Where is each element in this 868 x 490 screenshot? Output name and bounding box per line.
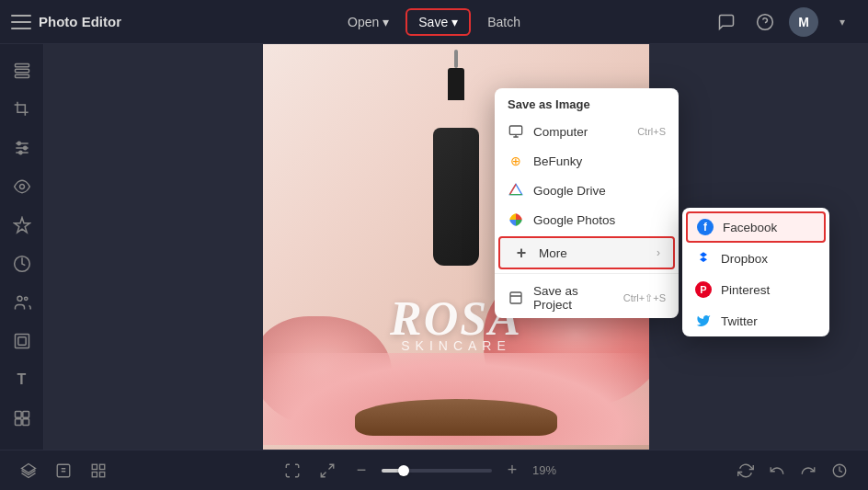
topbar: Photo Editor Open ▾ Save ▾ Batch M ▾ <box>0 0 868 44</box>
sidebar-item-view[interactable] <box>5 169 40 204</box>
bottombar-right <box>732 457 853 484</box>
sidebar-item-effects[interactable] <box>5 246 40 281</box>
svg-rect-1 <box>15 64 29 67</box>
refresh-icon[interactable] <box>732 457 760 484</box>
svg-point-11 <box>17 296 22 301</box>
export-icon[interactable] <box>50 457 77 484</box>
social-twitter[interactable]: Twitter <box>682 305 829 336</box>
more-icon: + <box>513 245 530 261</box>
avatar[interactable]: M <box>789 7 818 37</box>
gdrive-icon <box>508 182 524 199</box>
save-to-computer[interactable]: Computer Ctrl+S <box>495 117 679 146</box>
dropbox-icon <box>695 250 712 267</box>
sidebar-item-graphics[interactable] <box>5 401 40 436</box>
decoration-tray <box>355 399 557 436</box>
svg-rect-17 <box>15 419 21 426</box>
svg-rect-14 <box>17 337 25 345</box>
account-chevron-icon[interactable]: ▾ <box>828 7 857 37</box>
sidebar-item-adjustments[interactable] <box>5 131 40 165</box>
social-submenu: f Facebook Dropbox P Pinte <box>682 208 829 336</box>
social-dropbox[interactable]: Dropbox <box>682 243 829 274</box>
svg-rect-3 <box>15 74 29 77</box>
svg-rect-16 <box>22 412 29 418</box>
topbar-left: Photo Editor <box>11 14 327 29</box>
befunky-label: BeFunky <box>533 154 582 168</box>
svg-rect-27 <box>92 464 97 469</box>
batch-button[interactable]: Batch <box>474 9 533 35</box>
facebook-label: Facebook <box>723 221 777 234</box>
zoom-out-button[interactable]: − <box>348 458 374 484</box>
computer-label: Computer <box>533 125 588 139</box>
sidebar-item-text[interactable]: T <box>5 362 40 397</box>
sidebar-item-people[interactable] <box>5 285 40 320</box>
more-arrow-icon: › <box>657 246 660 259</box>
layers-icon[interactable] <box>15 457 42 484</box>
product-bottle <box>419 50 493 234</box>
svg-rect-30 <box>100 472 105 476</box>
svg-rect-2 <box>15 69 29 72</box>
bottombar: − + 19% <box>0 450 868 490</box>
project-icon <box>508 290 524 306</box>
computer-shortcut: Ctrl+S <box>637 126 666 137</box>
redo-icon[interactable] <box>794 457 822 484</box>
sidebar-item-crop[interactable] <box>5 92 40 127</box>
actual-size-icon[interactable] <box>314 457 341 484</box>
fit-screen-icon[interactable] <box>279 457 306 484</box>
gdrive-label: Google Drive <box>533 184 606 198</box>
befunky-icon: ⊕ <box>508 153 524 169</box>
pinterest-icon: P <box>695 281 712 298</box>
history-icon[interactable] <box>826 457 853 484</box>
sidebar: T <box>0 44 44 450</box>
zoom-in-button[interactable]: + <box>499 458 525 484</box>
main-area: T ROSA SKINCARE <box>0 44 868 450</box>
social-pinterest[interactable]: P Pinterest <box>682 274 829 305</box>
grid-icon[interactable] <box>85 457 112 484</box>
save-dropdown-menu: Save as Image Computer Ctrl+S ⊕ BeFunky <box>495 88 679 318</box>
svg-point-9 <box>18 151 21 154</box>
brand-tagline: SKINCARE <box>390 338 522 353</box>
sidebar-item-layers[interactable] <box>5 53 40 88</box>
undo-icon[interactable] <box>763 457 791 484</box>
svg-rect-29 <box>92 472 97 476</box>
save-to-gdrive[interactable]: Google Drive <box>495 176 679 205</box>
sidebar-item-enhance[interactable] <box>5 208 40 243</box>
more-label: More <box>539 246 567 260</box>
save-section-title: Save as Image <box>495 88 679 117</box>
help-icon[interactable] <box>750 7 780 37</box>
topbar-right: M ▾ <box>541 7 857 37</box>
svg-rect-26 <box>57 464 70 477</box>
bottombar-center: − + 19% <box>120 457 725 484</box>
twitter-label: Twitter <box>721 314 758 328</box>
zoom-percent: 19% <box>532 463 565 477</box>
svg-rect-19 <box>509 126 521 134</box>
save-project[interactable]: Save as Project Ctrl+⇧+S <box>495 278 679 318</box>
save-to-gphotos[interactable]: Google Photos <box>495 205 679 234</box>
app-title: Photo Editor <box>39 14 121 29</box>
chevron-down-icon: ▾ <box>383 15 389 29</box>
facebook-icon: f <box>697 219 714 235</box>
svg-marker-20 <box>509 184 521 194</box>
svg-point-7 <box>17 142 20 144</box>
save-to-befunky[interactable]: ⊕ BeFunky <box>495 146 679 176</box>
svg-point-0 <box>758 14 773 29</box>
svg-rect-15 <box>15 412 21 418</box>
bottombar-left <box>15 457 112 484</box>
zoom-slider[interactable] <box>382 469 492 473</box>
svg-point-12 <box>24 297 27 300</box>
open-button[interactable]: Open ▾ <box>335 9 402 35</box>
gphotos-label: Google Photos <box>533 213 615 227</box>
menu-icon[interactable] <box>11 15 31 29</box>
pinterest-label: Pinterest <box>721 283 770 297</box>
canvas-area: ROSA SKINCARE Save as Image Computer Ctr… <box>44 44 868 450</box>
chat-icon[interactable] <box>712 7 741 37</box>
save-project-shortcut: Ctrl+⇧+S <box>623 292 666 304</box>
save-project-label: Save as Project <box>533 284 614 312</box>
save-more[interactable]: + More › <box>498 236 675 269</box>
gphotos-icon <box>508 211 524 228</box>
social-facebook[interactable]: f Facebook <box>686 211 826 243</box>
sidebar-item-frames[interactable] <box>5 324 40 359</box>
save-button[interactable]: Save ▾ <box>405 8 471 36</box>
topbar-center: Open ▾ Save ▾ Batch <box>335 8 533 36</box>
svg-rect-13 <box>15 335 29 348</box>
svg-rect-28 <box>100 464 105 469</box>
